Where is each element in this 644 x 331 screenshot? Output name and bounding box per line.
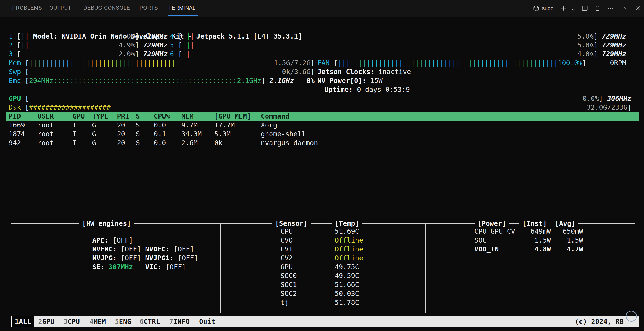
col-user: USER	[38, 112, 72, 121]
menu-item-all[interactable]: 1ALL	[12, 316, 34, 327]
cpu6-label: 6	[170, 50, 174, 58]
tab-ports[interactable]: PORTS	[140, 0, 158, 16]
emc-percent: 0%	[306, 76, 314, 85]
swap-label: Swp	[9, 67, 21, 76]
engine-se-vic: SE:307MHzVIC:[OFF]	[60, 254, 186, 262]
disk-bars: ####################	[29, 103, 110, 112]
tab-problems[interactable]: PROBLEMS	[12, 0, 42, 16]
process-row-nvargus-daemon: 942rootIG20S0.02.6M0knvargus-daemon	[6, 138, 639, 147]
cpu4-label: 4	[170, 32, 174, 41]
fan-bars: ||||||||||||||||||||||||||||||||||||||||…	[338, 58, 558, 67]
menu-item-gpu[interactable]: 2GPU	[38, 316, 54, 327]
cpu-gauge-row-3-6: 3 [2.0%] 729MHz 6 [||4.0%] 729MHz	[9, 50, 632, 58]
cpu4-bar: ||	[182, 32, 190, 41]
sensor-row-cv1: CV1	[280, 245, 293, 254]
cpu4-freq: 729MHz	[602, 32, 626, 41]
temp-cv1: Offline	[335, 245, 363, 253]
sensor-row-soc0: SOC0	[280, 271, 297, 280]
sensor-row-soc1: SOC1	[280, 280, 297, 289]
avg-title: [Avg]	[555, 220, 575, 228]
panel-tab-bar: PROBLEMS OUTPUT DEBUG CONSOLE PORTS TERM…	[0, 0, 644, 17]
more-actions-icon[interactable]	[607, 5, 614, 12]
jetson-clocks-value: inactive	[378, 67, 411, 76]
maximize-panel-chevron-icon[interactable]	[621, 5, 627, 12]
disk-gauge-row: Dsk [####################32.0G/233G]	[9, 103, 632, 112]
launch-profile-chevron-icon[interactable]	[571, 6, 576, 13]
sensor-row-gpu: GPU	[280, 262, 293, 271]
temp-soc0: 49.59C	[335, 272, 359, 280]
tab-debug-console[interactable]: DEBUG CONSOLE	[83, 0, 130, 16]
cpu5-freq: 729MHz	[602, 41, 626, 50]
cpu6-freq: 729MHz	[602, 50, 626, 58]
process-row-xorg: 1669rootIG20S0.09.7M17.7MXorg	[6, 121, 639, 130]
menu-item-cpu[interactable]: 3CPU	[64, 316, 80, 327]
power-columns-title: [Inst] [Avg]	[520, 219, 578, 228]
cpu1-label: 1	[9, 32, 13, 41]
sensor-panel	[221, 224, 426, 311]
menu-item-ctrl[interactable]: 6CTRL	[140, 316, 160, 327]
engine-nvjpg-nvjpg1: NVJPG:[OFF]NVJPG1:[OFF]	[60, 245, 198, 254]
emc-freq: 2.1GHz	[270, 76, 294, 85]
jetson-clocks-label: Jetson Clocks:	[317, 67, 374, 76]
temp-title: [Temp]	[332, 219, 362, 228]
nv-power-value: 15W	[370, 76, 382, 85]
cpu5-label: 5	[170, 41, 174, 50]
menu-item-quit[interactable]: Quit	[199, 316, 215, 327]
cpu-gauge-row-2-5: 2 [||4.9%] 729MHz 5 [|||5.0%] 729MHz	[9, 41, 632, 50]
cpu3-percent: 2.0%	[119, 50, 135, 58]
jtop-menu-bar: 1ALL 2GPU 3CPU 4MEM 5ENG 6CTRL 7INFO Qui…	[10, 316, 639, 327]
emc-label: Emc	[9, 76, 21, 85]
kill-terminal-trash-icon[interactable]	[594, 5, 601, 12]
terminal-profile-icon	[533, 5, 540, 12]
emc-min-freq: 204MHz	[29, 76, 54, 85]
cpu6-bar: |	[182, 50, 186, 58]
disk-value: 32.0G/233G	[587, 103, 628, 112]
col-command: Command	[261, 112, 639, 121]
fan-rpm: 0RPM	[610, 58, 626, 67]
sensor-row-cv0: CV0	[280, 236, 293, 245]
process-row-gnome-shell: 1874rootIG20S0.134.3M5.3Mgnome-shell	[6, 130, 639, 138]
emc-max-freq: 2.1GHz	[237, 76, 262, 85]
cpu3-label: 3	[9, 50, 13, 58]
temp-cv2: Offline	[335, 254, 363, 262]
split-terminal-icon[interactable]	[582, 5, 588, 12]
cpu6-percent: 4.0%	[577, 50, 594, 58]
cpu-gauge-row-1-4: 1 [||4.0%] 729MHz 4 [|||5.0%] 729MHz	[9, 32, 632, 41]
cpu5-bar: ||	[182, 41, 190, 50]
col-mem: MEM	[181, 112, 214, 121]
power-row-vdd-in: VDD_IN	[474, 245, 499, 254]
gpu-label: GPU	[9, 94, 21, 103]
temp-soc2: 50.03C	[335, 290, 359, 298]
col-cpu-percent: CPU%	[154, 112, 181, 121]
hw-engines-title: [HW engines]	[79, 219, 134, 228]
swap-value: 0k/3.6G	[282, 67, 310, 76]
menu-item-eng[interactable]: 5ENG	[115, 316, 131, 327]
cpu2-freq: 729MHz	[143, 41, 168, 50]
mem-cached-bars: |||||||||||||||||||||||	[90, 58, 184, 67]
gpu-freq: 306MHz	[607, 94, 632, 103]
mem-fan-row: Mem [|||||||||||||||||||||||||||||||||||…	[9, 58, 632, 67]
tab-output[interactable]: OUTPUT	[49, 0, 71, 16]
terminal-profile-label: sudo	[542, 0, 554, 17]
temp-soc1: 51.66C	[335, 281, 359, 289]
menu-item-info[interactable]: 7INFO	[169, 316, 190, 327]
sensor-row-soc2: SOC2	[280, 289, 297, 298]
emc-power-row: Emc [204MHz:::::::::::::::::::::::::::::…	[9, 76, 632, 85]
new-terminal-icon[interactable]	[560, 5, 567, 12]
cpu3-freq: 729MHz	[143, 50, 168, 58]
sensor-row-cv2: CV2	[280, 254, 293, 262]
notification-circle-icon[interactable]	[626, 311, 637, 322]
copyright-text: (c) 2024, RB	[575, 316, 624, 327]
terminal-viewport[interactable]: Model: NVIDIA Orin Nano Developer Kit - …	[0, 17, 644, 331]
menu-item-mem[interactable]: 4MEM	[90, 316, 106, 327]
cpu4-percent: 5.0%	[577, 32, 594, 41]
tab-terminal[interactable]: TERMINAL	[168, 0, 196, 16]
vscode-terminal-panel: PROBLEMS OUTPUT DEBUG CONSOLE PORTS TERM…	[0, 0, 644, 331]
cpu2-percent: 4.9%	[119, 41, 135, 50]
close-panel-icon[interactable]	[635, 5, 641, 12]
engine-nvenc-nvdec: NVENC:[OFF]NVDEC:[OFF]	[60, 236, 194, 245]
col-s: S	[136, 112, 154, 121]
cpu2-label: 2	[9, 41, 13, 50]
col-gpu: GPU	[72, 112, 92, 121]
menu-cursor-sliver	[10, 316, 12, 327]
